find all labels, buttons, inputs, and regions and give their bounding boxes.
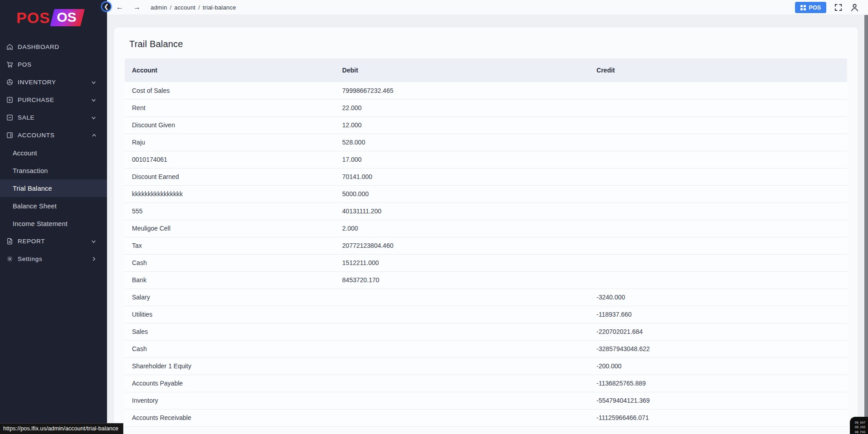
minus-square-icon [6,114,13,121]
table-row: Sales -220702021.684 [125,323,847,340]
table-body: Cost of Sales 79998667232.465 Rent 22.00… [125,82,847,426]
user-icon[interactable] [850,3,859,12]
cell-credit [589,82,847,99]
sidebar-item-transaction[interactable]: Transaction [0,162,107,179]
chevron-right-icon [92,257,96,261]
table-row: Inventory -55479404121.369 [125,392,847,409]
debug-line: DB_DAT [855,420,868,425]
sidebar-collapse-button[interactable]: ❮ [101,1,112,12]
cell-credit [589,203,847,220]
vertical-scrollbar[interactable] [864,15,868,434]
sidebar-item-label: Balance Sheet [13,203,57,210]
table-row: Rent 22.000 [125,99,847,116]
cell-debit [335,289,590,306]
cell-credit: -3240.000 [589,289,847,306]
cell-credit: -1136825765.889 [589,375,847,392]
back-arrow-icon[interactable]: ← [116,4,123,11]
app-logo[interactable]: POS OS [0,0,107,28]
table-row: kkkkkkkkkkkkkkkk 5000.000 [125,185,847,203]
chevron-down-icon [92,80,96,85]
cell-account: Shareholder 1 Equity [125,357,335,375]
cell-debit [335,409,590,426]
sidebar-item-pos[interactable]: POS [0,56,107,73]
table-row: Salary -3240.000 [125,289,847,306]
plus-square-icon [6,96,13,104]
cell-credit [589,168,847,185]
table-row: Bank 8453720.170 [125,271,847,289]
chevron-down-icon [92,239,96,244]
cell-debit: 2.000 [335,220,590,237]
cell-credit: -200.000 [589,357,847,375]
table-row: Utilities -118937.660 [125,306,847,323]
table-row: Cash -32857943048.622 [125,340,847,357]
table-row: 555 40131111.200 [125,203,847,220]
sidebar-item-purchase[interactable]: PURCHASE [0,91,107,109]
sidebar-item-accounts[interactable]: ACCOUNTS [0,126,107,144]
logo-text-os: OS [57,10,76,25]
cell-debit [335,357,590,375]
sidebar-item-label: PURCHASE [18,96,54,103]
column-header-account: Account [125,58,335,82]
breadcrumb: admin/account/trial-balance [151,4,236,11]
forward-arrow-icon[interactable]: → [133,4,141,11]
sidebar: POS OS DASHBOARD POS INVENTORY PURCHASE … [0,0,107,434]
breadcrumb-admin: admin [151,4,167,11]
sidebar-item-settings[interactable]: Settings [0,250,107,268]
sidebar-item-account[interactable]: Account [0,144,107,162]
table-row: Accounts Receivable -11125966466.071 [125,409,847,426]
cell-credit [589,151,847,168]
chevron-up-icon [92,133,96,138]
sidebar-item-income-statement[interactable]: Income Statement [0,215,107,232]
cell-debit [335,392,590,409]
fullscreen-icon[interactable] [834,4,842,11]
table-row: Accounts Payable -1136825765.889 [125,375,847,392]
sidebar-item-label: REPORT [18,238,45,245]
cell-account: Raju [125,134,335,151]
logo-badge: OS [50,9,85,26]
sidebar-item-inventory[interactable]: INVENTORY [0,73,107,91]
sidebar-item-dashboard[interactable]: DASHBOARD [0,38,107,56]
cell-account: Salary [125,289,335,306]
sidebar-item-label: Trial Balance [13,185,52,192]
sidebar-nav: DASHBOARD POS INVENTORY PURCHASE SALE AC… [0,38,107,268]
cart-icon [6,61,13,68]
chevron-down-icon [92,116,96,120]
cell-account: Meuligoe Cell [125,220,335,237]
trial-balance-card: Trail Balance Account Debit Credit Cost … [113,27,858,434]
link-preview-statusbar: https://pos.lfix.us/admin/account/trial-… [0,423,123,434]
cell-account: 555 [125,203,335,220]
topbar: ❮ ← → admin/account/trial-balance POS [107,0,868,15]
logo-text-pos: POS [16,9,50,27]
cell-account: Accounts Receivable [125,409,335,426]
cell-account: Discount Given [125,116,335,134]
cell-account: Rent [125,99,335,116]
cell-account: Tax [125,237,335,254]
column-header-debit: Debit [335,58,590,82]
sidebar-item-label: INVENTORY [18,79,56,86]
sidebar-item-report[interactable]: REPORT [0,232,107,250]
pos-button[interactable]: POS [795,2,826,13]
cell-debit [335,340,590,357]
breadcrumb-separator: / [170,4,171,11]
cell-account: Cost of Sales [125,82,335,99]
cell-debit: 20772123804.460 [335,237,590,254]
sidebar-item-sale[interactable]: SALE [0,109,107,126]
trial-balance-table: Account Debit Credit Cost of Sales 79998… [125,58,847,427]
report-icon [6,238,13,245]
gear-icon [6,256,13,263]
sidebar-item-label: Transaction [13,167,48,174]
cell-credit: -55479404121.369 [589,392,847,409]
cell-credit [589,185,847,203]
breadcrumb-separator: / [198,4,200,11]
sidebar-item-trial-balance[interactable]: Trial Balance [0,179,107,197]
table-header-row: Account Debit Credit [125,58,847,82]
sidebar-item-balance-sheet[interactable]: Balance Sheet [0,197,107,215]
table-row: Shareholder 1 Equity -200.000 [125,357,847,375]
content-area: Trail Balance Account Debit Credit Cost … [107,15,868,434]
table-row: Tax 20772123804.460 [125,237,847,254]
table-row: Raju 528.000 [125,134,847,151]
cell-account: 0010174061 [125,151,335,168]
cell-credit [589,99,847,116]
cell-credit [589,116,847,134]
table-row: Discount Earned 70141.000 [125,168,847,185]
